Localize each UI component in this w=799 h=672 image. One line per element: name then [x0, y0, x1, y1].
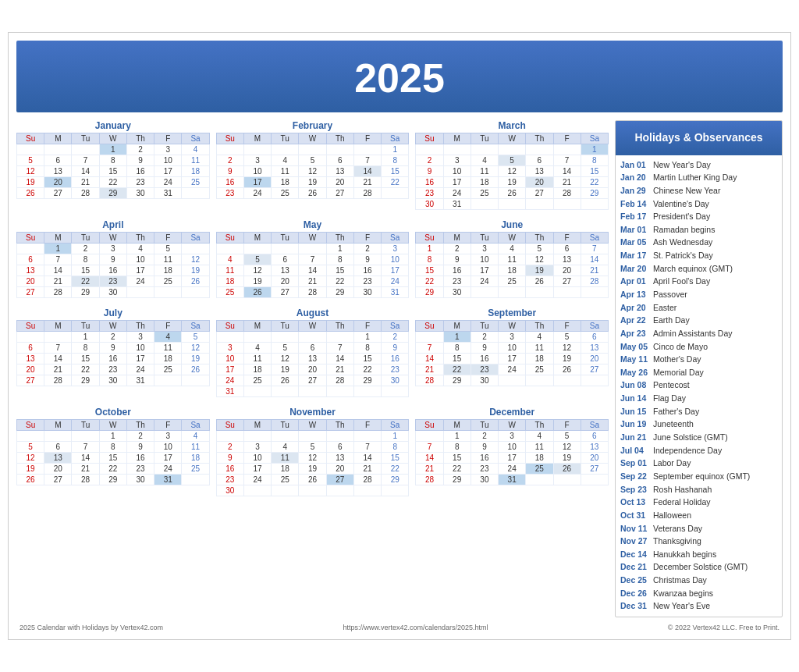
holiday-item: Oct 13Federal Holiday [620, 496, 777, 510]
empty-cell [353, 386, 381, 397]
holiday-event: Cinco de Mayo [653, 342, 708, 353]
calendar-day: 5 [272, 343, 299, 354]
empty-cell [154, 375, 182, 386]
calendar-day: 18 [526, 354, 553, 364]
empty-cell [17, 144, 44, 155]
calendar-day: 14 [553, 166, 581, 177]
calendar-day: 4 [272, 442, 299, 453]
holiday-item: Mar 05Ash Wednesday [620, 236, 777, 250]
holiday-item: Jan 01New Year's Day [620, 158, 777, 172]
day-header: Tu [72, 321, 99, 332]
empty-cell [299, 144, 326, 155]
calendar-day: 18 [272, 177, 299, 188]
calendar-day: 9 [471, 343, 498, 354]
calendar-day: 11 [272, 166, 299, 177]
calendar-day: 12 [272, 354, 299, 364]
holiday-date: Oct 13 [620, 497, 650, 508]
day-header: Su [216, 321, 243, 332]
holiday-item: Dec 31New Year's Eve [620, 600, 777, 613]
day-header: W [99, 233, 126, 244]
calendar-day: 25 [182, 464, 209, 475]
empty-cell [416, 431, 443, 442]
calendar-day: 21 [353, 177, 381, 188]
calendar-day: 29 [353, 375, 381, 386]
calendar-day: 19 [499, 177, 526, 188]
calendar-day: 21 [44, 364, 72, 375]
calendar-day: 6 [581, 332, 608, 343]
calendar-day: 11 [154, 343, 182, 354]
calendar-day: 19 [272, 364, 299, 375]
calendar-day: 12 [243, 265, 271, 276]
day-header: F [154, 321, 182, 332]
day-header: Th [126, 420, 154, 431]
calendar-day: 11 [526, 442, 553, 453]
empty-cell [499, 144, 526, 155]
calendar-day: 22 [443, 464, 471, 475]
calendar-day: 13 [44, 166, 72, 177]
day-header: M [243, 233, 271, 244]
calendar-day: 30 [416, 199, 443, 210]
calendars-section: JanuarySuMTuWThFSa1234567891011121314151… [16, 120, 609, 617]
calendar-day: 12 [17, 166, 44, 177]
holiday-event: Admin Assistants Day [653, 329, 733, 340]
calendar-day: 13 [581, 343, 608, 354]
calendar-day: 26 [299, 188, 326, 199]
day-header: W [99, 420, 126, 431]
holiday-item: Sep 23Rosh Hashanah [620, 483, 777, 496]
calendar-day: 13 [326, 453, 353, 464]
day-header: Th [326, 321, 353, 332]
calendar-day: 2 [353, 244, 381, 254]
month-february: FebruarySuMTuWThFSa123456789101112131415… [216, 120, 410, 210]
calendar-day: 24 [499, 464, 526, 475]
holiday-item: Apr 01April Fool's Day [620, 276, 777, 289]
calendar-day: 16 [216, 177, 243, 188]
day-header: M [443, 321, 471, 332]
sidebar-header: Holidays & Observances [616, 121, 782, 155]
holiday-event: President's Day [653, 212, 710, 222]
day-header: W [499, 420, 526, 431]
empty-cell [299, 485, 326, 496]
day-header: W [299, 233, 326, 244]
calendar-page: 2025 JanuarySuMTuWThFSa12345678910111213… [8, 32, 791, 639]
holiday-date: May 26 [620, 368, 650, 379]
calendar-day: 21 [416, 464, 443, 475]
calendar-day: 31 [443, 199, 471, 210]
holiday-event: Earth Day [653, 315, 690, 326]
calendar-day: 12 [553, 343, 581, 354]
calendar-day: 14 [353, 453, 381, 464]
calendar-day: 6 [44, 442, 72, 453]
calendar-day: 22 [416, 276, 443, 287]
calendar-day: 20 [272, 276, 299, 287]
empty-cell [126, 287, 154, 298]
calendar-day: 21 [72, 464, 99, 475]
day-header: Tu [72, 420, 99, 431]
calendar-day: 21 [326, 364, 353, 375]
calendar-day: 3 [243, 442, 271, 453]
calendar-day: 28 [299, 287, 326, 298]
day-header: Su [416, 321, 443, 332]
empty-cell [299, 386, 326, 397]
empty-cell [326, 144, 353, 155]
holiday-item: Feb 17President's Day [620, 211, 777, 224]
empty-cell [553, 475, 581, 485]
calendar-day: 22 [382, 177, 409, 188]
calendar-day: 29 [72, 375, 99, 386]
calendar-day: 7 [553, 155, 581, 166]
calendar-day: 2 [216, 155, 243, 166]
calendar-day: 25 [243, 375, 271, 386]
calendar-day: 30 [126, 475, 154, 485]
calendar-day: 7 [353, 155, 381, 166]
calendar-day: 11 [471, 166, 498, 177]
calendar-day: 17 [154, 166, 182, 177]
day-header: M [443, 133, 471, 144]
calendar-day: 4 [243, 343, 271, 354]
holiday-item: Apr 13Passover [620, 288, 777, 301]
calendar-day: 4 [154, 332, 182, 343]
calendar-day: 15 [443, 354, 471, 364]
calendar-day: 6 [272, 254, 299, 265]
month-july: JulySuMTuWThFSa1234567891011121314151617… [16, 308, 210, 397]
day-header: F [553, 420, 581, 431]
calendar-day: 14 [326, 354, 353, 364]
calendar-day: 17 [154, 453, 182, 464]
calendar-day: 26 [182, 364, 209, 375]
